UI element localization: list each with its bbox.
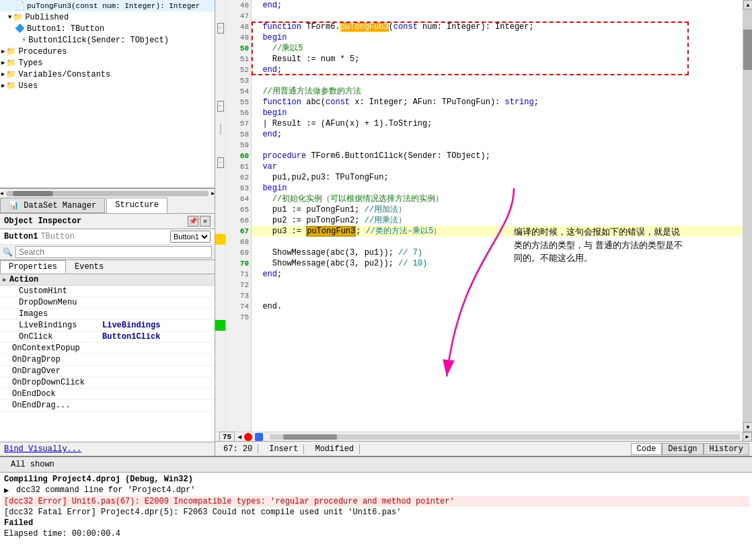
status-tab-code[interactable]: Code: [631, 443, 663, 455]
code-line-72: [252, 280, 743, 290]
dataset-manager-icon: 📊: [9, 201, 19, 210]
code-line-55: function abc(const x: Integer; AFun: TPu…: [252, 97, 743, 108]
fold-row-66: [215, 223, 225, 234]
hscroll-thumb[interactable]: [13, 191, 53, 196]
hscroll-track: [6, 191, 209, 196]
oi-pin-btn[interactable]: 📌: [188, 216, 198, 227]
fold-row-51: [215, 56, 225, 67]
action-expand-arrow: ▶: [3, 276, 9, 284]
prop-row-ondragover[interactable]: OnDragOver: [0, 366, 215, 377]
prop-row-dropdownmenu[interactable]: DropDownMenu: [0, 297, 215, 309]
ln-60: 60: [226, 151, 251, 161]
fold-row-55[interactable]: −: [217, 101, 224, 112]
folder-icon-procedures: 📁: [6, 46, 16, 56]
prop-row-onenddock[interactable]: OnEndDock: [0, 389, 215, 400]
code-line-53: [252, 75, 743, 86]
prop-row-onenddrag[interactable]: OnEndDrag...: [0, 400, 215, 411]
code-line-74: end.: [252, 301, 743, 312]
main-container: 📄 puTongFun3(const num: Integer): Intege…: [0, 0, 752, 560]
vscroll-down-btn[interactable]: ▼: [743, 422, 752, 432]
msg-elapsed: Elapsed time: 00:00:00.4: [3, 528, 749, 539]
tree-item-putongfun[interactable]: 📄 puTongFun3(const num: Integer): Intege…: [0, 0, 215, 11]
fold-row-56: [215, 113, 225, 124]
fold-row-61: [215, 169, 225, 180]
code-hscrollbar[interactable]: 75 ◀ ▶: [215, 432, 752, 441]
msg-compiling: Compiling Project4.dproj (Debug, Win32): [3, 474, 749, 485]
ln-52: 52: [226, 65, 251, 75]
fold-row-52: [215, 67, 225, 78]
vertical-scrollbar[interactable]: ▲ ▼: [743, 0, 752, 432]
oi-search-row: 🔍: [0, 245, 215, 260]
ln-51: 51: [226, 54, 251, 65]
hscroll-right-btn[interactable]: ▶: [211, 190, 215, 196]
prop-row-onclick[interactable]: OnClick Button1Click: [0, 331, 215, 343]
fold-row-68: [215, 245, 225, 255]
bind-visually-link[interactable]: Bind Visually...: [0, 442, 215, 456]
prop-row-customhint[interactable]: CustomHint: [0, 286, 215, 297]
fold-row-63: [215, 191, 225, 202]
status-tab-design[interactable]: Design: [662, 443, 703, 455]
code-line-73: [252, 290, 743, 301]
prop-row-livebindings[interactable]: LiveBindings LiveBindings: [0, 320, 215, 331]
ln-49: 49: [226, 32, 251, 43]
tab-structure[interactable]: Structure: [106, 198, 167, 213]
prop-name-ondropdownclick: OnDropDownClick: [1, 378, 96, 387]
tree-item-button1[interactable]: 🔷 Button1: TButton: [0, 23, 215, 34]
code-line-50: //乘以5: [252, 43, 743, 54]
fold-row-60[interactable]: −: [217, 157, 224, 168]
tree-item-button1click[interactable]: ⚡ Button1Click(Sender: TObject): [0, 34, 215, 46]
run-controls: 75 ◀: [217, 432, 266, 442]
tree-item-variables[interactable]: ▶ 📁 Variables/Constants: [0, 69, 215, 80]
expand-arrow-uses: ▶: [1, 82, 5, 89]
status-tab-history[interactable]: History: [704, 443, 749, 455]
code-line-60: procedure TForm6.Button1Click(Sender: TO…: [252, 151, 743, 161]
prop-row-oncontextpopup[interactable]: OnContextPopup: [0, 343, 215, 354]
ln-47: 47: [226, 11, 251, 22]
oi-close-btn[interactable]: ✕: [200, 216, 211, 227]
ln-74: 74: [226, 301, 251, 312]
vscroll-thumb[interactable]: [743, 30, 752, 70]
object-select[interactable]: Button1: [170, 231, 211, 243]
status-modified: Modified: [309, 444, 360, 454]
prop-name-onenddrag: OnEndDrag...: [1, 401, 96, 410]
fold-row-69: [215, 255, 225, 266]
ln-68: 68: [226, 237, 251, 247]
msg-expand-btn[interactable]: ▶: [4, 485, 13, 495]
code-line-56: begin: [252, 108, 743, 118]
tab-dataset-manager[interactable]: 📊 DataSet Manager: [0, 198, 105, 213]
code-hscroll-right[interactable]: ▶: [743, 432, 752, 442]
fold-row-58: [215, 134, 225, 145]
prop-name-onclick: OnClick: [8, 332, 102, 342]
tab-events[interactable]: Events: [66, 260, 112, 274]
status-tabs: Code Design History: [631, 443, 749, 455]
prop-row-ondropdownclick[interactable]: OnDropDownClick: [0, 377, 215, 389]
fold-row-48[interactable]: −: [217, 23, 224, 34]
ln-62: 62: [226, 172, 251, 183]
ln-72: 72: [226, 280, 251, 290]
code-line-71: end;: [252, 269, 743, 280]
prop-name-onenddock: OnEndDock: [1, 389, 96, 399]
tree-item-procedures[interactable]: ▶ 📁 Procedures: [0, 46, 215, 57]
tree-item-published[interactable]: ▼ 📁 Published: [0, 11, 215, 23]
ln-66: 66: [226, 215, 251, 226]
msg-compiling-text: Compiling Project4.dproj (Debug, Win32): [4, 475, 193, 484]
oi-object-dropdown[interactable]: Button1: [170, 231, 211, 243]
vscroll-up-btn[interactable]: ▲: [743, 0, 752, 9]
line-num-badge[interactable]: 75: [219, 432, 235, 442]
tree-panel: 📄 puTongFun3(const num: Integer): Intege…: [0, 0, 215, 188]
search-input[interactable]: [15, 246, 212, 258]
fold-row-59: [215, 145, 225, 156]
code-line-47: [252, 11, 743, 22]
tree-hscrollbar[interactable]: ◀ ▶: [0, 188, 215, 198]
tab-properties[interactable]: Properties: [0, 260, 66, 274]
prop-name-lb: LiveBindings: [8, 321, 102, 330]
prop-row-images[interactable]: Images: [0, 309, 215, 320]
hscroll-left-btn[interactable]: ◀: [0, 190, 3, 196]
tree-item-types[interactable]: ▶ 📁 Types: [0, 57, 215, 69]
code-hscroll-thumb[interactable]: [283, 434, 337, 440]
code-lines[interactable]: end; function TForm6.puTongFun3(const nu…: [252, 0, 743, 432]
prop-row-ondragdrop[interactable]: OnDragDrop: [0, 354, 215, 366]
prop-group-action[interactable]: ▶ Action: [0, 274, 215, 286]
scroll-left-arrow[interactable]: ◀: [237, 433, 241, 441]
tree-item-uses[interactable]: ▶ 📁 Uses: [0, 80, 215, 91]
